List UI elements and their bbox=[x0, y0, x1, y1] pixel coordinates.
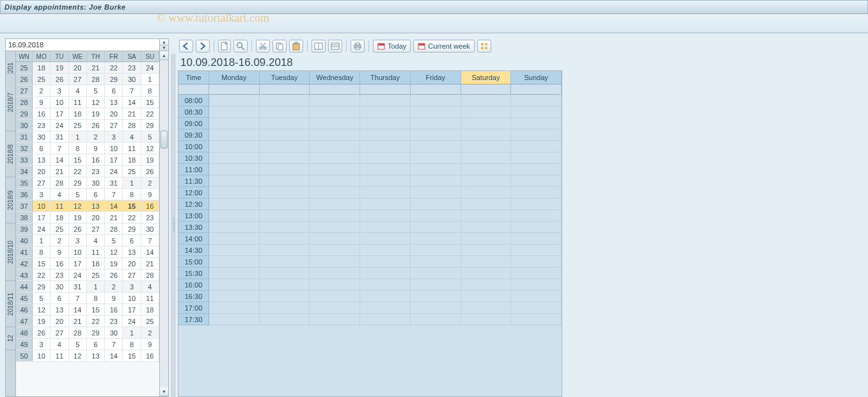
time-slot[interactable] bbox=[209, 199, 260, 210]
day-cell[interactable]: 21 bbox=[51, 166, 68, 177]
day-cell[interactable]: 24 bbox=[69, 270, 87, 281]
time-slot[interactable] bbox=[260, 245, 310, 256]
day-cell[interactable]: 8 bbox=[123, 339, 141, 350]
date-down-button[interactable]: ▼ bbox=[160, 45, 168, 51]
week-row[interactable]: 401234567 bbox=[16, 235, 159, 247]
time-slot[interactable] bbox=[310, 233, 360, 245]
time-slot[interactable] bbox=[511, 222, 562, 233]
day-cell[interactable]: 10 bbox=[51, 97, 68, 108]
day-cell[interactable]: 4 bbox=[141, 281, 159, 293]
time-slot[interactable] bbox=[461, 152, 512, 164]
scroll-track[interactable] bbox=[160, 60, 168, 387]
week-row[interactable]: 4719202122232425 bbox=[16, 316, 159, 327]
day-cell[interactable]: 19 bbox=[51, 62, 68, 74]
week-row[interactable]: 3817181920212223 bbox=[16, 212, 159, 223]
time-slot[interactable] bbox=[360, 233, 411, 245]
allday-cell[interactable] bbox=[360, 85, 411, 94]
time-slot[interactable] bbox=[461, 175, 512, 187]
time-slot[interactable] bbox=[461, 245, 512, 256]
day-cell[interactable]: 28 bbox=[141, 270, 159, 281]
day-cell[interactable]: 3 bbox=[33, 339, 51, 350]
day-cell[interactable]: 10 bbox=[105, 143, 123, 154]
week-row[interactable]: 326789101112 bbox=[16, 143, 159, 154]
allday-cell[interactable] bbox=[310, 85, 360, 94]
day-cell[interactable]: 27 bbox=[69, 74, 87, 85]
day-cell[interactable]: 3 bbox=[33, 189, 51, 200]
time-slot[interactable] bbox=[461, 268, 512, 279]
day-cell[interactable]: 6 bbox=[123, 235, 141, 247]
day-cell[interactable]: 28 bbox=[123, 120, 141, 131]
allday-cell[interactable] bbox=[178, 85, 209, 94]
day-cell[interactable]: 22 bbox=[105, 62, 123, 74]
time-slot[interactable] bbox=[209, 233, 260, 245]
today-button[interactable]: Today bbox=[373, 40, 411, 53]
day-cell[interactable]: 20 bbox=[105, 108, 123, 120]
day-cell[interactable]: 11 bbox=[87, 247, 105, 258]
day-cell[interactable]: 1 bbox=[123, 327, 141, 339]
day-cell[interactable]: 6 bbox=[33, 143, 51, 154]
day-cell[interactable]: 15 bbox=[87, 304, 105, 316]
day-cell[interactable]: 20 bbox=[123, 258, 141, 270]
week-row[interactable]: 48262728293012 bbox=[16, 327, 159, 339]
day-cell[interactable]: 1 bbox=[69, 131, 87, 143]
day-cell[interactable]: 20 bbox=[51, 316, 68, 327]
day-cell[interactable]: 27 bbox=[87, 223, 105, 235]
time-slot[interactable] bbox=[461, 222, 512, 233]
day-cell[interactable]: 23 bbox=[51, 270, 68, 281]
time-slot[interactable] bbox=[461, 164, 512, 175]
time-slot[interactable] bbox=[461, 118, 512, 129]
time-slot[interactable] bbox=[511, 314, 562, 325]
time-slot[interactable] bbox=[411, 141, 461, 152]
day-cell[interactable]: 13 bbox=[33, 154, 51, 166]
time-slot[interactable] bbox=[511, 256, 562, 268]
time-slot[interactable] bbox=[260, 141, 310, 152]
day-cell[interactable]: 11 bbox=[141, 293, 159, 304]
time-slot[interactable] bbox=[411, 314, 461, 325]
day-cell[interactable]: 16 bbox=[141, 200, 159, 212]
time-slot[interactable] bbox=[360, 175, 411, 187]
layout-list-button[interactable] bbox=[328, 40, 342, 53]
week-row[interactable]: 3924252627282930 bbox=[16, 223, 159, 235]
time-slot[interactable] bbox=[461, 141, 512, 152]
date-input[interactable] bbox=[6, 39, 159, 51]
day-cell[interactable]: 17 bbox=[51, 108, 68, 120]
time-slot[interactable] bbox=[461, 95, 512, 106]
day-cell[interactable]: 5 bbox=[87, 85, 105, 97]
day-cell[interactable]: 16 bbox=[105, 304, 123, 316]
day-cell[interactable]: 13 bbox=[51, 304, 68, 316]
time-slot[interactable] bbox=[411, 245, 461, 256]
time-slot[interactable] bbox=[461, 302, 512, 314]
time-slot[interactable] bbox=[260, 106, 310, 118]
day-cell[interactable]: 15 bbox=[69, 154, 87, 166]
day-cell[interactable]: 16 bbox=[51, 258, 68, 270]
day-cell[interactable]: 21 bbox=[141, 258, 159, 270]
time-slot[interactable] bbox=[260, 95, 310, 106]
time-slot[interactable] bbox=[310, 256, 360, 268]
week-row[interactable]: 5010111213141516 bbox=[16, 350, 159, 362]
day-cell[interactable]: 22 bbox=[69, 166, 87, 177]
day-cell[interactable]: 3 bbox=[105, 131, 123, 143]
week-row[interactable]: 31303112345 bbox=[16, 131, 159, 143]
day-cell[interactable]: 24 bbox=[105, 166, 123, 177]
paste-button[interactable] bbox=[289, 40, 303, 53]
time-slot[interactable] bbox=[209, 256, 260, 268]
time-slot[interactable] bbox=[209, 175, 260, 187]
day-cell[interactable]: 5 bbox=[69, 339, 87, 350]
day-cell[interactable]: 3 bbox=[69, 235, 87, 247]
day-cell[interactable]: 31 bbox=[69, 281, 87, 293]
day-cell[interactable]: 4 bbox=[51, 189, 68, 200]
time-slot[interactable] bbox=[310, 164, 360, 175]
day-cell[interactable]: 28 bbox=[69, 327, 87, 339]
day-cell[interactable]: 14 bbox=[141, 247, 159, 258]
week-row[interactable]: 4612131415161718 bbox=[16, 304, 159, 316]
time-slot[interactable] bbox=[260, 118, 310, 129]
day-cell[interactable]: 30 bbox=[33, 131, 51, 143]
date-up-button[interactable]: ▲ bbox=[160, 39, 168, 45]
time-slot[interactable] bbox=[310, 118, 360, 129]
time-slot[interactable] bbox=[461, 187, 512, 199]
day-cell[interactable]: 13 bbox=[87, 200, 105, 212]
day-cell[interactable]: 16 bbox=[33, 108, 51, 120]
day-cell[interactable]: 13 bbox=[87, 350, 105, 362]
time-slot[interactable] bbox=[511, 199, 562, 210]
time-slot[interactable] bbox=[260, 152, 310, 164]
